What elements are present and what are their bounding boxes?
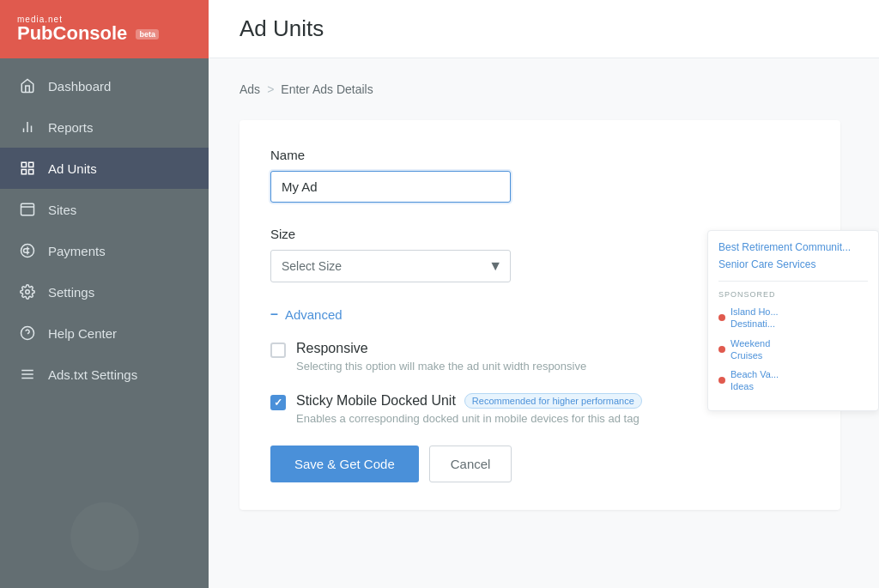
sponsored-label: SPONSORED: [718, 290, 868, 299]
sidebar-nav: Dashboard Reports Ad Units Sites Payment: [0, 58, 209, 485]
sidebar-label-settings: Settings: [48, 285, 94, 300]
sponsored-item-3[interactable]: Beach Va...Ideas: [718, 368, 868, 393]
sponsored-dot-2: [718, 346, 725, 353]
sponsored-item-2[interactable]: WeekendCruises: [718, 337, 868, 362]
page-title: Ad Units: [239, 15, 324, 42]
sidebar-label-reports: Reports: [48, 120, 94, 135]
size-select-wrapper: Select Size 300x250 728x90 160x600 320x5…: [270, 250, 511, 282]
sponsored-text-3: Beach Va...Ideas: [730, 368, 779, 393]
sticky-desc: Enables a corresponding docked unit in m…: [296, 412, 642, 425]
svg-rect-3: [21, 162, 26, 167]
sidebar-item-ad-units[interactable]: Ad Units: [0, 148, 209, 189]
svg-rect-5: [21, 170, 26, 174]
grid-icon: [19, 160, 36, 177]
form-actions: Save & Get Code Cancel: [270, 446, 809, 482]
list-icon: [19, 366, 36, 383]
sidebar-bottom-decor: [0, 485, 209, 588]
page-header: Ad Units: [209, 0, 879, 58]
sidebar-item-help-center[interactable]: Help Center: [0, 312, 209, 354]
svg-rect-4: [29, 162, 33, 167]
ad-preview-sponsored: SPONSORED Island Ho...Destinati... Weeke…: [718, 281, 868, 393]
responsive-checkbox[interactable]: [270, 342, 286, 358]
help-icon: [19, 324, 36, 342]
ad-preview-link-1[interactable]: Best Retirement Communit...: [718, 241, 868, 253]
name-label: Name: [270, 148, 809, 162]
browser-icon: [19, 201, 36, 218]
recommended-badge: Recommended for higher performance: [464, 393, 642, 409]
sticky-label: Sticky Mobile Docked Unit: [296, 393, 456, 409]
sidebar-item-settings[interactable]: Settings: [0, 271, 209, 312]
sidebar-label-ad-units: Ad Units: [48, 161, 97, 176]
responsive-desc: Selecting this option will make the ad u…: [296, 360, 586, 373]
breadcrumb-ads-link[interactable]: Ads: [239, 82, 260, 96]
minus-icon: –: [270, 306, 278, 322]
gear-icon: [19, 283, 36, 300]
advanced-label: Advanced: [285, 307, 343, 322]
sidebar-decorative-shape: [70, 502, 139, 571]
dollar-icon: [19, 242, 36, 259]
name-input[interactable]: [270, 171, 511, 203]
responsive-label: Responsive: [296, 341, 368, 356]
responsive-text-group: Responsive Selecting this option will ma…: [296, 341, 586, 373]
responsive-title: Responsive: [296, 341, 586, 356]
save-get-code-button[interactable]: Save & Get Code: [270, 446, 419, 482]
name-field-group: Name: [270, 148, 809, 203]
ad-preview-panel: Best Retirement Communit... Senior Care …: [707, 230, 879, 411]
sidebar-item-dashboard[interactable]: Dashboard: [0, 65, 209, 106]
sponsored-dot-1: [718, 314, 725, 321]
sidebar: media.net PubConsole beta Dashboard Repo…: [0, 0, 209, 588]
sticky-text-group: Sticky Mobile Docked Unit Recommended fo…: [296, 393, 642, 425]
home-icon: [19, 77, 36, 94]
main-body: Ads > Enter Ads Details Name Size Select…: [209, 58, 879, 588]
sidebar-label-dashboard: Dashboard: [48, 79, 111, 94]
breadcrumb-separator: >: [267, 82, 274, 96]
sidebar-label-payments: Payments: [48, 244, 106, 258]
svg-rect-6: [29, 170, 33, 174]
logo-beta: beta: [136, 29, 159, 39]
sidebar-label-sites: Sites: [48, 203, 76, 217]
sticky-checkbox[interactable]: [270, 395, 286, 410]
ad-preview-link-2[interactable]: Senior Care Services: [718, 258, 868, 270]
sidebar-item-payments[interactable]: Payments: [0, 230, 209, 271]
sticky-title: Sticky Mobile Docked Unit Recommended fo…: [296, 393, 642, 409]
sponsored-text-2: WeekendCruises: [730, 337, 770, 362]
sidebar-item-reports[interactable]: Reports: [0, 106, 209, 148]
logo-pubconsole: PubConsole beta: [17, 22, 159, 44]
logo: media.net PubConsole beta: [0, 0, 209, 58]
sidebar-item-sites[interactable]: Sites: [0, 189, 209, 230]
main-content-area: Ad Units Ads > Enter Ads Details Name Si…: [209, 0, 879, 588]
svg-point-11: [26, 290, 30, 294]
size-select[interactable]: Select Size 300x250 728x90 160x600 320x5…: [270, 250, 511, 282]
sidebar-item-ads-txt[interactable]: Ads.txt Settings: [0, 354, 209, 395]
sidebar-label-help-center: Help Center: [48, 326, 117, 341]
svg-rect-7: [21, 203, 34, 215]
sidebar-label-ads-txt: Ads.txt Settings: [48, 367, 137, 382]
cancel-button[interactable]: Cancel: [429, 446, 512, 482]
breadcrumb: Ads > Enter Ads Details: [239, 82, 848, 96]
sponsored-dot-3: [718, 377, 725, 384]
sponsored-text-1: Island Ho...Destinati...: [730, 306, 779, 330]
breadcrumb-current: Enter Ads Details: [281, 82, 373, 96]
sponsored-item-1[interactable]: Island Ho...Destinati...: [718, 306, 868, 330]
bar-chart-icon: [19, 118, 36, 136]
